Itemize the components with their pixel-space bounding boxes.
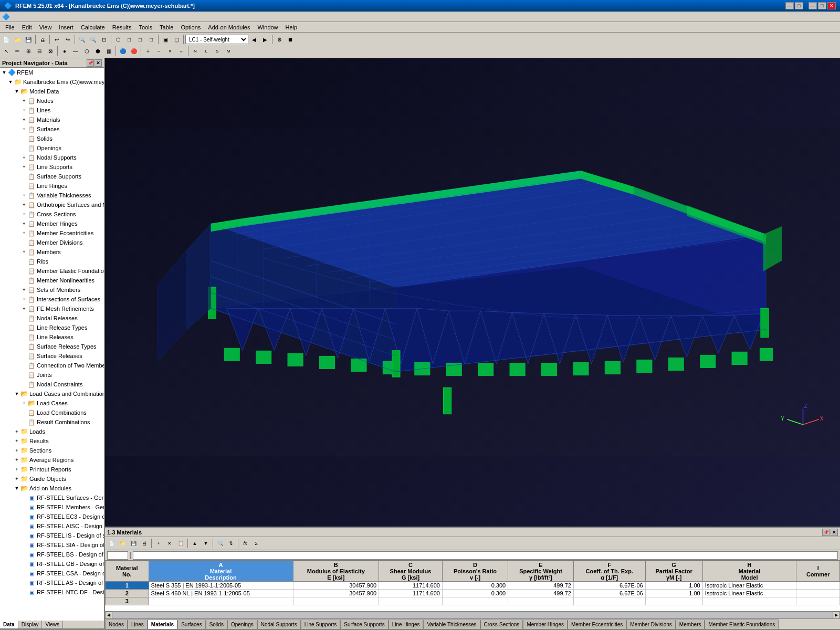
table-tb-new-row[interactable]: 📄 [106, 538, 117, 549]
cell-1-G[interactable]: 11714.600 [379, 582, 443, 590]
expand-rfsteelec3[interactable] [21, 513, 27, 520]
tree-item-rfsteelbs[interactable]: ▣ RF-STEEL BS - Design of ste [0, 550, 104, 559]
tb-fit[interactable]: ⊡ [99, 34, 109, 45]
expand-addonmodules[interactable]: ▼ [14, 485, 20, 491]
tree-item-ribs[interactable]: 📋 Ribs [0, 257, 104, 266]
expand-memberelasticfoundation[interactable] [21, 268, 27, 274]
tab-surfaces[interactable]: Surfaces [177, 620, 205, 629]
tab-variablethicknesses[interactable]: Variable Thicknesses [423, 620, 480, 629]
expand-sections[interactable]: + [14, 447, 20, 454]
tree-item-connectionoftwomembers[interactable]: 📋 Connection of Two Membe [0, 361, 104, 370]
table-tb-save[interactable]: 💾 [128, 538, 139, 549]
cell-2-alpha[interactable]: 6.67E-06 [573, 590, 645, 597]
table-tb-delete[interactable]: ✕ [164, 538, 175, 549]
tree-item-nodes[interactable]: + 📋 Nodes [0, 96, 104, 106]
menu-tools[interactable]: Tools [135, 23, 155, 32]
tb2-node[interactable]: N [190, 46, 201, 56]
tb2-15[interactable]: × [165, 46, 175, 56]
expand-rfsteelmembers[interactable] [21, 504, 27, 510]
tree-item-rfsteelsia[interactable]: ▣ RF-STEEL SIA - Design of ste [0, 540, 104, 550]
tab-materials[interactable]: Materials [148, 620, 177, 629]
formula-input[interactable] [133, 551, 838, 560]
tree-item-surfacesupports[interactable]: 📋 Surface Supports [0, 172, 104, 181]
expand-setsofmembers[interactable]: + [21, 287, 27, 293]
tb-save[interactable]: 💾 [23, 34, 34, 45]
tab-linesupports[interactable]: Line Supports [301, 620, 341, 629]
tab-crosssections[interactable]: Cross-Sections [480, 620, 523, 629]
cell-1-gamma[interactable]: 499.72 [508, 582, 574, 590]
tab-members[interactable]: Members [676, 620, 705, 629]
tree-item-openings[interactable]: 📋 Openings [0, 143, 104, 153]
tree-item-surfaces[interactable]: + 📋 Surfaces [0, 124, 104, 134]
expand-project[interactable]: ▼ [7, 79, 14, 85]
cell-1-pf[interactable]: 1.00 [645, 582, 702, 590]
expand-loadcombinations[interactable] [21, 410, 27, 416]
tree-item-rfsteelis[interactable]: ▣ RF-STEEL IS - Design of stee [0, 531, 104, 540]
cell-2-model[interactable]: Isotropic Linear Elastic [702, 590, 796, 597]
bottom-panel-pin-btn[interactable]: 📌 [822, 529, 830, 536]
sub-minimize-btn[interactable]: — [785, 2, 794, 9]
cell-1-model[interactable]: Isotropic Linear Elastic [702, 582, 796, 590]
menu-view[interactable]: View [36, 23, 55, 32]
menu-edit[interactable]: Edit [19, 23, 35, 32]
tab-nodalsupports[interactable]: Nodal Supports [257, 620, 301, 629]
tree-item-surfacereleases[interactable]: 📋 Surface Releases [0, 351, 104, 361]
expand-openings[interactable] [21, 145, 27, 151]
tree-item-lines[interactable]: + 📋 Lines [0, 106, 104, 115]
menu-calculate[interactable]: Calculate [78, 23, 108, 32]
expand-printoutreports[interactable]: + [14, 466, 20, 472]
expand-rfsteelsurfaces[interactable] [21, 495, 27, 501]
table-tb-up[interactable]: ▲ [190, 538, 200, 549]
tb-render[interactable]: ▣ [160, 34, 171, 45]
tree-item-surfacereleasetypes[interactable]: 📋 Surface Release Types [0, 342, 104, 351]
expand-joints[interactable] [21, 372, 27, 378]
cell-1-comment[interactable] [796, 582, 840, 590]
tree-item-rfsteelgb[interactable]: ▣ RF-STEEL GB - Design of ste [0, 559, 104, 569]
table-tb-sort[interactable]: ⇅ [226, 538, 236, 549]
tb-view3d[interactable]: ⬡ [113, 34, 123, 45]
expand-guideobjects[interactable]: + [14, 476, 20, 482]
tree-item-linereleases[interactable]: 📋 Line Releases [0, 332, 104, 342]
tb2-11[interactable]: 🔵 [118, 46, 128, 56]
tree-item-addonmodules[interactable]: ▼ 📂 Add-on Modules [0, 484, 104, 493]
tb-undo[interactable]: ↩ [51, 34, 62, 45]
tab-nodes[interactable]: Nodes [105, 620, 128, 629]
expand-memberdivisions[interactable] [21, 239, 27, 246]
expand-rfsteelis[interactable] [21, 532, 27, 539]
tree-item-rfsteelas[interactable]: ▣ RF-STEEL AS - Design of ste [0, 578, 104, 587]
tree-item-nodalsupports[interactable]: + 📋 Nodal Supports [0, 153, 104, 162]
tb-viewxy[interactable]: □ [124, 34, 134, 45]
tree-item-resultcombinations[interactable]: 📋 Result Combinations [0, 417, 104, 427]
tree-item-loadcasescombinations[interactable]: ▼ 📂 Load Cases and Combinations [0, 389, 104, 398]
expand-femeshrefinements[interactable]: + [21, 306, 27, 312]
tb2-8[interactable]: ⬡ [81, 46, 92, 56]
tab-solids[interactable]: Solids [206, 620, 227, 629]
menu-file[interactable]: File [2, 23, 18, 32]
expand-intersectionsofsurfaces[interactable]: + [21, 296, 27, 302]
tb-stop[interactable]: ⏹ [285, 34, 296, 45]
tb2-10[interactable]: ▦ [103, 46, 114, 56]
tb2-14[interactable]: − [154, 46, 164, 56]
cell-3-E[interactable] [293, 597, 379, 605]
tree-item-membereccentricities[interactable]: + 📋 Member Eccentricities [0, 228, 104, 238]
tree-item-memberdivisions[interactable]: 📋 Member Divisions [0, 238, 104, 247]
expand-surfaces[interactable]: + [21, 126, 27, 132]
expand-nodalsupports[interactable]: + [21, 154, 27, 161]
tb2-4[interactable]: ⊟ [34, 46, 45, 56]
sub-maximize-btn[interactable]: □ [795, 2, 803, 9]
table-tb-print[interactable]: 🖨 [139, 538, 150, 549]
cell-3-no[interactable]: 3 [106, 597, 149, 605]
expand-surfacereleases[interactable] [21, 353, 27, 359]
cell-2-comment[interactable] [796, 590, 840, 597]
maximize-btn[interactable]: □ [818, 2, 826, 9]
cell-1-E[interactable]: 30457.900 [293, 582, 379, 590]
expand-rfsteelas[interactable] [21, 580, 27, 586]
tree-item-sections[interactable]: + 📁 Sections [0, 446, 104, 455]
tree-item-femeshrefinements[interactable]: + 📋 FE Mesh Refinements [0, 304, 104, 313]
col-header-matno[interactable]: MaterialNo. [106, 561, 149, 582]
tb2-9[interactable]: ⬢ [92, 46, 103, 56]
expand-rfsteelntcdf[interactable] [21, 589, 27, 595]
tb2-3[interactable]: ⊞ [23, 46, 34, 56]
expand-connectionoftwomembers[interactable] [21, 362, 27, 369]
tree-item-results[interactable]: + 📁 Results [0, 436, 104, 446]
